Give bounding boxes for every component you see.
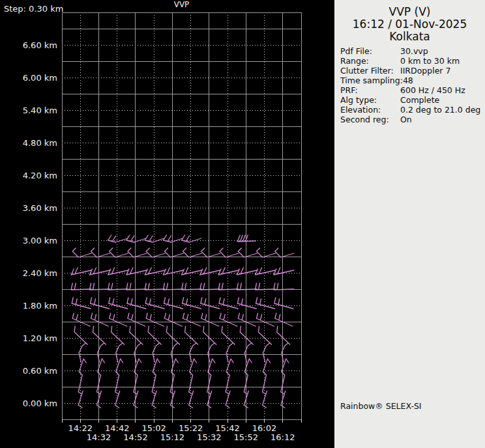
wind-barb [110,313,127,326]
y-axis-label: 0.60 km [23,366,57,376]
wind-barb [274,298,293,309]
wind-barb [166,326,179,344]
panel-row-value: 30.vvp [400,46,428,56]
y-axis-label: 6.00 km [23,73,57,83]
wind-barb [240,326,253,344]
panel-row-value: On [400,115,412,124]
panel-title-datetime: 16:12 / 01-Nov-2025 [334,18,485,31]
wind-barb [79,343,85,362]
wind-barb [238,248,257,257]
panel-row-label: Elevation: [340,105,400,115]
wind-barb [259,326,272,344]
wind-barb [145,268,165,275]
wind-barb [128,248,147,257]
wind-barb [91,298,110,309]
wind-barb [152,359,160,394]
wind-barb [256,268,276,275]
wind-barb [219,298,238,309]
wind-barb [275,313,293,326]
vvp-wind-profile-chart: 0.00 km0.60 km1.20 km1.80 km2.40 km3.00 … [0,0,334,448]
panel-row: Elevation:0.2 deg to 21.0 deg [340,105,485,115]
x-axis-label: 15:32 [197,432,221,442]
panel-row-value: 0 km to 30 km [400,56,460,66]
panel-row-value: Complete [400,95,439,105]
x-axis-label: 15:52 [234,432,258,442]
wind-barb [182,268,202,275]
x-axis-label: 15:42 [215,423,239,433]
panel-row-label: Second reg: [340,115,400,124]
x-axis-label: 15:12 [160,432,184,442]
panel-row-label: PRF: [340,85,400,95]
wind-barb [148,326,161,344]
wind-barb [91,313,109,326]
wind-barb [200,268,220,275]
wind-barb [93,326,106,344]
wind-barb [72,298,91,309]
barb-row-1.50km [72,313,293,326]
panel-title-site: Kolkata [334,31,485,43]
barb-row-1.80km [72,298,293,309]
wind-barb [263,343,270,362]
panel-row-label: Alg type: [340,95,400,105]
y-axis-label: 3.00 km [23,236,57,245]
wind-barb [71,268,91,275]
wind-barb [163,235,183,242]
y-axis-label: 4.80 km [23,138,57,148]
y-axis-label: 4.20 km [23,171,57,180]
wind-barb [256,298,275,309]
wind-barb [134,359,141,394]
wind-barb [72,313,90,326]
panel-row-value: 0.2 deg to 21.0 deg [400,105,480,115]
wind-barb [263,359,271,394]
barb-row-0.20km [78,391,286,408]
y-axis-label: 5.40 km [23,105,57,115]
wind-barb [220,313,237,326]
wind-barb [146,313,164,326]
barb-row-2.40km [71,268,294,275]
wind-barb [183,248,202,257]
wind-barb [78,359,86,394]
x-axis-label: 14:32 [87,432,111,442]
step-label: Step: 0.30 km [4,4,63,14]
wind-barb [128,313,145,326]
x-axis-label: 15:02 [141,423,166,433]
wind-barb [237,268,257,275]
wind-barb [226,359,233,394]
wind-barb [90,268,110,275]
wind-barb [190,343,196,362]
barb-row-2.70km [72,248,294,257]
wind-barb [183,298,201,309]
wind-barb [189,359,197,394]
wind-barb [218,268,239,275]
panel-title-product: VVP (V) [334,6,485,18]
wind-barb [126,235,146,242]
wind-barb [164,313,182,326]
barb-row-1.20km [74,326,290,344]
wind-barb [275,248,294,257]
wind-barb [109,298,128,309]
info-panel: VVP (V) 16:12 / 01-Nov-2025 Kolkata Pdf … [334,0,485,448]
x-axis-label: 14:22 [68,423,92,433]
y-axis-label: 2.40 km [23,268,57,278]
x-axis-label: 16:12 [271,432,295,442]
wind-barb [130,326,143,344]
wind-barb [182,235,201,242]
wind-barb [145,235,164,242]
wind-barb [183,313,201,326]
barb-row-3.00km [237,235,256,242]
panel-row: Time sampling:48 [340,76,485,85]
wind-barb [110,248,128,257]
panel-row: Pdf File:30.vvp [340,46,485,56]
wind-barb [108,268,128,275]
x-axis-label: 14:52 [123,432,147,442]
barb-row-3.00km [108,235,201,242]
wind-barb [163,268,183,275]
wind-barb [170,359,178,394]
wind-barb [207,359,215,394]
panel-row-value: IIRDoppler 7 [400,66,450,76]
x-axis-label: 15:22 [179,423,203,433]
panel-row: Clutter Filter:IIRDoppler 7 [340,66,485,76]
panel-metadata: Pdf File:30.vvpRange:0 km to 30 kmClutte… [334,46,485,124]
wind-barb [126,268,147,275]
wind-barb [185,326,198,344]
